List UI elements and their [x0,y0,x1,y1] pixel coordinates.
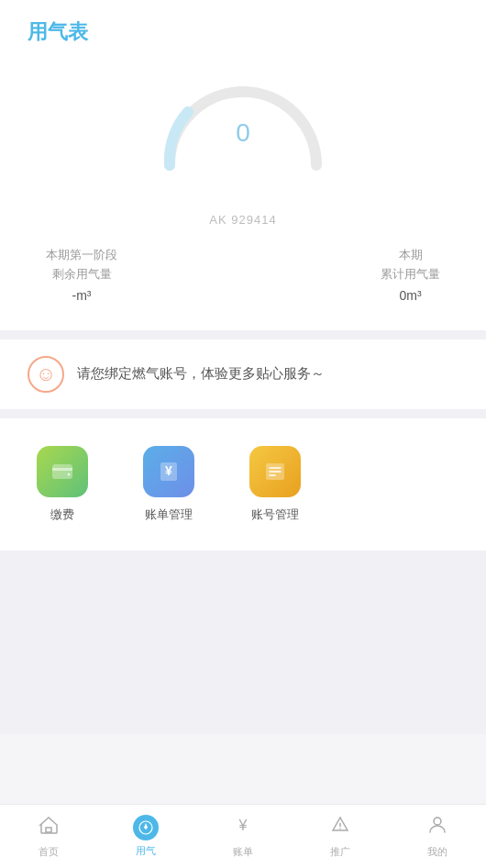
ak-display: AK 929414 [28,202,458,237]
bind-notice-text: 请您绑定燃气账号，体验更多贴心服务～ [77,365,325,383]
nav-item-bill[interactable]: ¥ 账单 [194,814,292,859]
svg-rect-1 [52,468,72,471]
account-icon [249,446,301,497]
top-section: 用气表 0 AK 929414 本期第一阶段 剩余用气量 -m³ 本期 累计用气… [0,0,486,330]
meter-id-text: AK 929414 [209,213,276,227]
bill-icon: ¥ [143,446,194,497]
svg-point-16 [434,818,441,825]
stat-left-label1: 本期第一阶段 [46,246,117,265]
page-title: 用气表 [28,18,458,46]
gauge-wrapper: 0 [151,64,335,184]
gas-icon [133,815,159,840]
menu-section: 缴费 ¥ 账单管理 账号管理 [0,418,486,551]
home-icon [38,814,60,841]
compass-icon [133,815,159,840]
nav-item-gas[interactable]: 用气 [97,815,194,858]
nav-label-gas: 用气 [136,844,156,858]
divider-1 [0,330,486,339]
bind-smiley-icon: ☺ [28,356,64,393]
nav-label-home: 首页 [39,845,59,859]
bottom-nav: 首页 用气 ¥ 账单 推广 [0,804,486,868]
bind-section[interactable]: ☺ 请您绑定燃气账号，体验更多贴心服务～ [0,339,486,409]
stat-right-label2: 累计用气量 [381,265,440,284]
content-area [0,551,486,734]
stat-right-label1: 本期 [381,246,440,265]
mine-icon [426,814,448,841]
menu-item-bill[interactable]: ¥ 账单管理 [143,446,194,523]
nav-item-promo[interactable]: 推广 [292,814,389,859]
svg-rect-0 [52,464,72,479]
svg-text:¥: ¥ [238,818,248,833]
nav-item-mine[interactable]: 我的 [389,814,486,859]
menu-item-account[interactable]: 账号管理 [249,446,301,523]
promo-icon [329,814,351,841]
gauge-value: 0 [236,118,250,148]
stat-right: 本期 累计用气量 0m³ [381,246,440,303]
menu-item-pay[interactable]: 缴费 [37,446,88,523]
pay-icon [37,446,88,497]
stat-left: 本期第一阶段 剩余用气量 -m³ [46,246,117,303]
svg-text:¥: ¥ [165,463,172,478]
nav-label-bill: 账单 [233,845,253,859]
nav-label-promo: 推广 [330,845,350,859]
nav-label-mine: 我的 [427,845,447,859]
bill-nav-icon: ¥ [232,814,254,841]
nav-item-home[interactable]: 首页 [0,814,97,859]
svg-point-15 [339,828,341,829]
svg-rect-9 [46,828,51,832]
svg-marker-11 [144,823,148,829]
gauge-container: 0 [28,64,458,184]
svg-point-2 [68,473,71,475]
stats-row: 本期第一阶段 剩余用气量 -m³ 本期 累计用气量 0m³ [28,246,458,303]
stat-left-value: -m³ [46,288,117,303]
stat-right-value: 0m³ [381,288,440,303]
divider-2 [0,409,486,418]
menu-grid: 缴费 ¥ 账单管理 账号管理 [37,446,449,523]
menu-label-account: 账号管理 [251,506,299,523]
menu-label-pay: 缴费 [50,506,74,523]
stat-left-label2: 剩余用气量 [46,265,117,284]
menu-label-bill: 账单管理 [145,506,193,523]
